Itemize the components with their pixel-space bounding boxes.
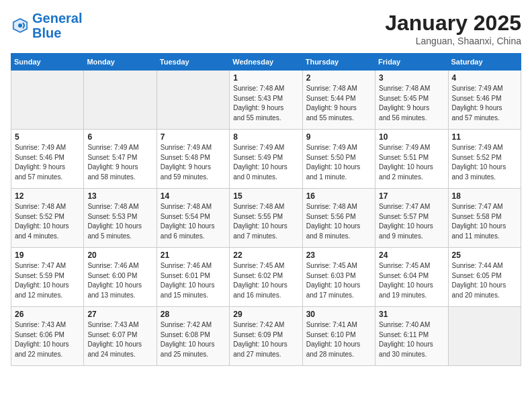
weekday-header-tuesday: Tuesday bbox=[157, 54, 229, 71]
day-number: 6 bbox=[87, 132, 152, 142]
day-number: 19 bbox=[15, 250, 80, 260]
day-info: Sunrise: 7:45 AMSunset: 6:03 PMDaylight:… bbox=[306, 261, 371, 300]
calendar-cell: 24Sunrise: 7:45 AMSunset: 6:04 PMDayligh… bbox=[375, 248, 448, 307]
day-info: Sunrise: 7:48 AMSunset: 5:44 PMDaylight:… bbox=[306, 84, 371, 123]
day-number: 26 bbox=[15, 310, 80, 319]
calendar-cell: 4Sunrise: 7:49 AMSunset: 5:46 PMDaylight… bbox=[448, 71, 521, 130]
day-number: 18 bbox=[452, 191, 517, 201]
day-info: Sunrise: 7:41 AMSunset: 6:10 PMDaylight:… bbox=[306, 320, 371, 359]
day-number: 7 bbox=[161, 132, 226, 142]
calendar-cell: 16Sunrise: 7:48 AMSunset: 5:56 PMDayligh… bbox=[302, 189, 375, 248]
logo-icon bbox=[11, 16, 30, 35]
calendar-cell: 5Sunrise: 7:49 AMSunset: 5:46 PMDaylight… bbox=[11, 130, 84, 189]
day-number: 21 bbox=[161, 250, 226, 260]
day-info: Sunrise: 7:47 AMSunset: 5:57 PMDaylight:… bbox=[379, 202, 444, 241]
calendar-cell: 6Sunrise: 7:49 AMSunset: 5:47 PMDaylight… bbox=[84, 130, 157, 189]
day-number: 1 bbox=[233, 73, 298, 83]
calendar-header: SundayMondayTuesdayWednesdayThursdayFrid… bbox=[11, 54, 521, 71]
day-info: Sunrise: 7:48 AMSunset: 5:52 PMDaylight:… bbox=[15, 202, 80, 241]
title-block: January 2025 Languan, Shaanxi, China bbox=[385, 11, 521, 46]
day-info: Sunrise: 7:47 AMSunset: 5:59 PMDaylight:… bbox=[15, 261, 80, 300]
calendar-table: SundayMondayTuesdayWednesdayThursdayFrid… bbox=[11, 53, 521, 366]
day-info: Sunrise: 7:43 AMSunset: 6:06 PMDaylight:… bbox=[15, 320, 80, 359]
day-number: 9 bbox=[306, 132, 371, 142]
day-number: 27 bbox=[87, 310, 152, 319]
day-info: Sunrise: 7:45 AMSunset: 6:04 PMDaylight:… bbox=[379, 261, 444, 300]
day-info: Sunrise: 7:49 AMSunset: 5:46 PMDaylight:… bbox=[15, 143, 80, 182]
logo-text: General Blue bbox=[32, 11, 82, 40]
day-number: 24 bbox=[379, 250, 444, 260]
week-row-4: 19Sunrise: 7:47 AMSunset: 5:59 PMDayligh… bbox=[11, 248, 521, 307]
logo-line1: General bbox=[32, 11, 82, 26]
calendar-cell: 31Sunrise: 7:40 AMSunset: 6:11 PMDayligh… bbox=[375, 307, 448, 366]
calendar-cell: 2Sunrise: 7:48 AMSunset: 5:44 PMDaylight… bbox=[302, 71, 375, 130]
day-info: Sunrise: 7:48 AMSunset: 5:43 PMDaylight:… bbox=[233, 84, 298, 123]
logo-line2: Blue bbox=[32, 26, 61, 40]
day-number: 31 bbox=[379, 310, 444, 319]
week-row-5: 26Sunrise: 7:43 AMSunset: 6:06 PMDayligh… bbox=[11, 307, 521, 366]
day-number: 10 bbox=[379, 132, 444, 142]
day-number: 17 bbox=[379, 191, 444, 201]
calendar-cell: 10Sunrise: 7:49 AMSunset: 5:51 PMDayligh… bbox=[375, 130, 448, 189]
day-number: 23 bbox=[306, 250, 371, 260]
day-info: Sunrise: 7:49 AMSunset: 5:46 PMDaylight:… bbox=[452, 84, 517, 123]
day-info: Sunrise: 7:48 AMSunset: 5:55 PMDaylight:… bbox=[233, 202, 298, 241]
day-number: 20 bbox=[87, 250, 152, 260]
calendar-cell: 9Sunrise: 7:49 AMSunset: 5:50 PMDaylight… bbox=[302, 130, 375, 189]
calendar-cell: 30Sunrise: 7:41 AMSunset: 6:10 PMDayligh… bbox=[302, 307, 375, 366]
day-info: Sunrise: 7:49 AMSunset: 5:47 PMDaylight:… bbox=[87, 143, 152, 182]
day-info: Sunrise: 7:49 AMSunset: 5:48 PMDaylight:… bbox=[161, 143, 226, 182]
day-info: Sunrise: 7:42 AMSunset: 6:08 PMDaylight:… bbox=[161, 320, 226, 359]
day-number: 13 bbox=[87, 191, 152, 201]
calendar-cell: 18Sunrise: 7:47 AMSunset: 5:58 PMDayligh… bbox=[448, 189, 521, 248]
day-info: Sunrise: 7:49 AMSunset: 5:52 PMDaylight:… bbox=[452, 143, 517, 182]
weekday-header-saturday: Saturday bbox=[448, 54, 521, 71]
day-number: 25 bbox=[452, 250, 517, 260]
day-number: 22 bbox=[233, 250, 298, 260]
calendar-cell: 14Sunrise: 7:48 AMSunset: 5:54 PMDayligh… bbox=[157, 189, 229, 248]
weekday-header-sunday: Sunday bbox=[11, 54, 84, 71]
calendar-cell: 1Sunrise: 7:48 AMSunset: 5:43 PMDaylight… bbox=[230, 71, 302, 130]
day-number: 16 bbox=[306, 191, 371, 201]
day-info: Sunrise: 7:46 AMSunset: 6:00 PMDaylight:… bbox=[87, 261, 152, 300]
logo: General Blue bbox=[11, 11, 82, 40]
calendar-cell: 27Sunrise: 7:43 AMSunset: 6:07 PMDayligh… bbox=[84, 307, 157, 366]
calendar-cell: 13Sunrise: 7:48 AMSunset: 5:53 PMDayligh… bbox=[84, 189, 157, 248]
day-info: Sunrise: 7:46 AMSunset: 6:01 PMDaylight:… bbox=[161, 261, 226, 300]
page-header: General Blue January 2025 Languan, Shaan… bbox=[11, 11, 521, 46]
weekday-header-thursday: Thursday bbox=[302, 54, 375, 71]
calendar-cell: 23Sunrise: 7:45 AMSunset: 6:03 PMDayligh… bbox=[302, 248, 375, 307]
calendar-cell: 20Sunrise: 7:46 AMSunset: 6:00 PMDayligh… bbox=[84, 248, 157, 307]
calendar-cell: 8Sunrise: 7:49 AMSunset: 5:49 PMDaylight… bbox=[230, 130, 302, 189]
day-info: Sunrise: 7:48 AMSunset: 5:45 PMDaylight:… bbox=[379, 84, 444, 123]
day-info: Sunrise: 7:48 AMSunset: 5:54 PMDaylight:… bbox=[161, 202, 226, 241]
day-number: 5 bbox=[15, 132, 80, 142]
calendar-cell bbox=[84, 71, 157, 130]
week-row-3: 12Sunrise: 7:48 AMSunset: 5:52 PMDayligh… bbox=[11, 189, 521, 248]
week-row-1: 1Sunrise: 7:48 AMSunset: 5:43 PMDaylight… bbox=[11, 71, 521, 130]
day-info: Sunrise: 7:40 AMSunset: 6:11 PMDaylight:… bbox=[379, 320, 444, 359]
calendar-body: 1Sunrise: 7:48 AMSunset: 5:43 PMDaylight… bbox=[11, 71, 521, 366]
day-number: 11 bbox=[452, 132, 517, 142]
day-info: Sunrise: 7:49 AMSunset: 5:50 PMDaylight:… bbox=[306, 143, 371, 182]
calendar-cell: 28Sunrise: 7:42 AMSunset: 6:08 PMDayligh… bbox=[157, 307, 229, 366]
day-number: 30 bbox=[306, 310, 371, 319]
calendar-cell: 7Sunrise: 7:49 AMSunset: 5:48 PMDaylight… bbox=[157, 130, 229, 189]
day-info: Sunrise: 7:42 AMSunset: 6:09 PMDaylight:… bbox=[233, 320, 298, 359]
day-number: 29 bbox=[233, 310, 298, 319]
svg-point-2 bbox=[18, 24, 22, 28]
day-number: 28 bbox=[161, 310, 226, 319]
week-row-2: 5Sunrise: 7:49 AMSunset: 5:46 PMDaylight… bbox=[11, 130, 521, 189]
day-number: 4 bbox=[452, 73, 517, 83]
calendar-cell: 12Sunrise: 7:48 AMSunset: 5:52 PMDayligh… bbox=[11, 189, 84, 248]
calendar-cell: 17Sunrise: 7:47 AMSunset: 5:57 PMDayligh… bbox=[375, 189, 448, 248]
calendar-title: January 2025 bbox=[385, 11, 521, 36]
day-info: Sunrise: 7:45 AMSunset: 6:02 PMDaylight:… bbox=[233, 261, 298, 300]
day-number: 2 bbox=[306, 73, 371, 83]
day-number: 8 bbox=[233, 132, 298, 142]
calendar-cell: 21Sunrise: 7:46 AMSunset: 6:01 PMDayligh… bbox=[157, 248, 229, 307]
day-info: Sunrise: 7:49 AMSunset: 5:49 PMDaylight:… bbox=[233, 143, 298, 182]
day-info: Sunrise: 7:43 AMSunset: 6:07 PMDaylight:… bbox=[87, 320, 152, 359]
calendar-cell: 11Sunrise: 7:49 AMSunset: 5:52 PMDayligh… bbox=[448, 130, 521, 189]
calendar-cell: 26Sunrise: 7:43 AMSunset: 6:06 PMDayligh… bbox=[11, 307, 84, 366]
